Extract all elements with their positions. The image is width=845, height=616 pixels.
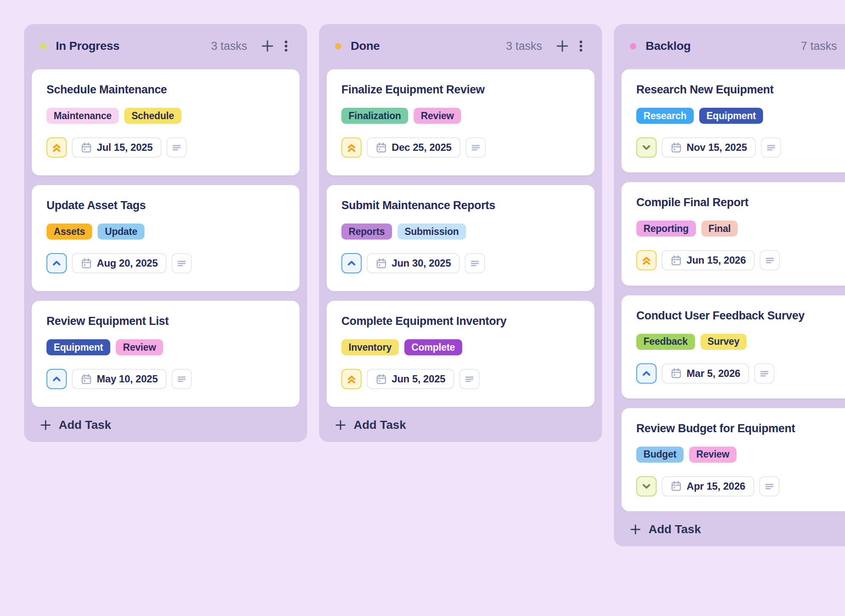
due-date-chip[interactable]: Jun 15, 2026 [662, 250, 755, 270]
tag: Submission [398, 224, 466, 240]
priority-badge[interactable] [341, 369, 362, 389]
calendar-icon [671, 255, 682, 266]
task-meta-row: Jun 15, 2026 [636, 250, 845, 270]
task-meta-row: Jun 30, 2025 [341, 253, 580, 273]
add-task-button[interactable]: Add Task [334, 418, 591, 432]
chevrons-up-icon [345, 373, 358, 385]
column-header: Backlog 7 tasks [630, 35, 845, 57]
column-status-dot [335, 43, 341, 49]
card-list: Schedule Maintenance MaintenanceSchedule… [32, 69, 300, 407]
description-indicator[interactable] [754, 363, 774, 384]
kanban-board: In Progress 3 tasks Schedule Maintenance… [0, 0, 845, 546]
task-meta-row: May 10, 2025 [46, 369, 285, 389]
kanban-column: In Progress 3 tasks Schedule Maintenance… [24, 24, 307, 442]
due-date: Nov 15, 2025 [687, 142, 747, 153]
task-title: Update Asset Tags [46, 199, 285, 212]
task-card[interactable]: Conduct User Feedback Survey FeedbackSur… [621, 295, 845, 398]
description-indicator[interactable] [465, 253, 485, 273]
priority-badge[interactable] [636, 476, 657, 496]
add-task-label: Add Task [649, 523, 701, 536]
align-left-icon [764, 481, 775, 492]
align-left-icon [766, 142, 777, 153]
due-date: Jun 30, 2025 [392, 257, 451, 269]
due-date-chip[interactable]: Jun 30, 2025 [367, 253, 460, 273]
calendar-icon [81, 142, 92, 153]
description-indicator[interactable] [466, 137, 486, 158]
align-left-icon [759, 368, 770, 379]
due-date-chip[interactable]: Apr 15, 2026 [662, 476, 754, 496]
add-task-button[interactable]: Add Task [39, 418, 296, 432]
column-menu-button[interactable] [277, 37, 295, 55]
priority-badge[interactable] [636, 137, 657, 158]
task-meta-row: Jun 5, 2025 [341, 369, 580, 389]
description-indicator[interactable] [172, 253, 192, 273]
description-indicator[interactable] [166, 137, 187, 158]
due-date-chip[interactable]: Jul 15, 2025 [72, 137, 161, 158]
tag-row: AssetsUpdate [46, 224, 285, 240]
task-card[interactable]: Complete Equipment Inventory InventoryCo… [327, 301, 594, 407]
tag: Finalization [341, 108, 408, 124]
chevron-up-icon [640, 367, 653, 380]
tag: Update [98, 224, 144, 240]
task-card[interactable]: Submit Maintenance Reports ReportsSubmis… [327, 185, 594, 291]
description-indicator[interactable] [459, 369, 480, 389]
kanban-column: Backlog 7 tasks Research New Equipment R… [614, 24, 845, 546]
plus-icon [39, 419, 52, 431]
column-task-count: 3 tasks [506, 40, 542, 53]
tag-row: ReportsSubmission [341, 224, 580, 240]
card-list: Finalize Equipment Review FinalizationRe… [327, 69, 594, 407]
calendar-icon [376, 373, 387, 385]
description-indicator[interactable] [759, 476, 780, 496]
add-task-icon-button[interactable] [553, 37, 572, 55]
task-card[interactable]: Research New Equipment ResearchEquipment… [621, 69, 845, 172]
task-card[interactable]: Review Equipment List EquipmentReview Ma… [32, 301, 300, 407]
priority-badge[interactable] [46, 137, 67, 158]
task-title: Schedule Maintenance [46, 83, 285, 96]
column-status-dot [630, 43, 636, 49]
priority-badge[interactable] [341, 253, 362, 273]
priority-badge[interactable] [636, 250, 657, 270]
column-task-count: 3 tasks [211, 40, 247, 53]
calendar-icon [671, 142, 682, 153]
align-left-icon [470, 142, 481, 153]
add-task-icon-button[interactable] [258, 37, 277, 55]
task-card[interactable]: Compile Final Report ReportingFinal Jun … [621, 182, 845, 285]
due-date-chip[interactable]: Aug 20, 2025 [72, 253, 166, 273]
due-date-chip[interactable]: Dec 25, 2025 [367, 137, 461, 158]
kebab-menu-icon [574, 39, 588, 53]
calendar-icon [81, 373, 92, 385]
add-task-button[interactable]: Add Task [629, 523, 845, 536]
description-indicator[interactable] [172, 369, 192, 389]
calendar-icon [671, 368, 682, 379]
column-status-dot [40, 43, 46, 49]
description-indicator[interactable] [760, 250, 780, 270]
align-left-icon [176, 258, 187, 269]
task-card[interactable]: Update Asset Tags AssetsUpdate Aug 20, 2… [32, 185, 300, 291]
due-date-chip[interactable]: Mar 5, 2026 [662, 363, 749, 384]
priority-badge[interactable] [46, 369, 67, 389]
due-date-chip[interactable]: May 10, 2025 [72, 369, 166, 389]
task-title: Complete Equipment Inventory [341, 315, 580, 328]
task-card[interactable]: Review Budget for Equipment BudgetReview… [621, 408, 845, 511]
due-date-chip[interactable]: Jun 5, 2025 [367, 369, 454, 389]
column-menu-button[interactable] [572, 37, 590, 55]
tag: Budget [636, 447, 684, 463]
tag: Feedback [636, 334, 695, 350]
plus-icon [334, 419, 347, 431]
tag-row: ResearchEquipment [636, 108, 845, 124]
due-date-chip[interactable]: Nov 15, 2025 [662, 137, 756, 158]
task-meta-row: Dec 25, 2025 [341, 137, 580, 158]
due-date: May 10, 2025 [97, 373, 158, 385]
task-meta-row: Apr 15, 2026 [636, 476, 845, 496]
column-title: Backlog [646, 39, 691, 53]
tag: Reporting [636, 221, 696, 237]
task-title: Review Equipment List [46, 315, 285, 328]
plus-icon [629, 523, 642, 536]
description-indicator[interactable] [761, 137, 781, 158]
priority-badge[interactable] [636, 363, 657, 384]
task-title: Research New Equipment [636, 83, 845, 96]
task-card[interactable]: Finalize Equipment Review FinalizationRe… [327, 69, 594, 175]
task-card[interactable]: Schedule Maintenance MaintenanceSchedule… [32, 69, 300, 175]
priority-badge[interactable] [46, 253, 67, 273]
priority-badge[interactable] [341, 137, 362, 158]
